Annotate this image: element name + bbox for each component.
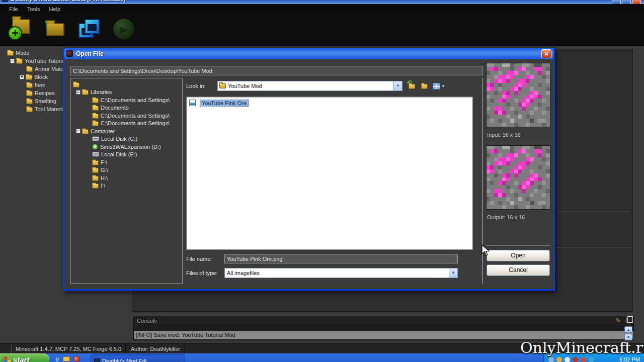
places-tree-item[interactable]: −Computer	[71, 127, 182, 135]
panel-separator	[556, 247, 630, 247]
file-item-selected[interactable]: YouTube Pink Ore	[189, 100, 249, 107]
expander-minus-icon[interactable]: −	[76, 90, 80, 95]
console-panel: Console ✎ [INFO] Save mod: YouTube Tutor…	[133, 316, 634, 340]
chevron-down-icon[interactable]: ▼	[449, 268, 457, 278]
places-tree-item-label: I:\	[101, 183, 105, 189]
menu-tools[interactable]: Tools	[27, 6, 40, 12]
expander-minus-icon[interactable]: −	[76, 129, 80, 133]
places-tree-item[interactable]: Local Disk (E:)	[71, 151, 182, 159]
folder-icon	[92, 98, 99, 103]
file-name-field[interactable]	[224, 254, 458, 263]
menu-help[interactable]: Help	[49, 6, 60, 12]
places-tree-item[interactable]: Sims3WAExpansion (D:)	[71, 143, 182, 151]
files-of-type-dropdown[interactable]: All imagefiles ▼	[224, 268, 458, 278]
desktop: Deathly's Mod Editor 2.0.1 [Pre Release]…	[0, 0, 644, 362]
view-menu-icon	[433, 83, 440, 89]
path-field[interactable]	[70, 66, 483, 75]
folder-icon	[26, 83, 33, 88]
tray-icon[interactable]	[556, 357, 562, 362]
menu-file[interactable]: File	[9, 6, 18, 12]
look-in-label: Look in:	[186, 83, 217, 89]
mod-tree-item[interactable]: Recipes	[5, 89, 66, 97]
back-folder-button[interactable]: ↶	[408, 82, 417, 90]
places-tree-item[interactable]: C:\Documents and Settings\	[71, 112, 182, 120]
places-tree-item[interactable]: G:\	[71, 166, 182, 174]
new-folder-button[interactable]	[420, 82, 429, 90]
mod-tree-item-label: Block	[34, 74, 48, 80]
start-label: start	[13, 355, 30, 362]
mod-tree-item[interactable]: Smelting	[5, 97, 66, 105]
tray-icon[interactable]	[573, 357, 578, 362]
places-tree-item[interactable]: F:\	[71, 158, 182, 166]
quicklaunch-app-icon[interactable]	[73, 356, 79, 362]
console-line-selected[interactable]: [INFO] Save mod: YouTube Tutorial Mod	[134, 331, 633, 339]
maximize-button[interactable]	[622, 0, 631, 4]
places-tree-item-label: G:\	[101, 167, 108, 173]
expander-minus-icon[interactable]: −	[10, 59, 15, 63]
input-size-label: Input: 16 x 16	[487, 132, 550, 138]
open-button[interactable]: Open	[487, 250, 550, 261]
dialog-title: Open File	[76, 50, 538, 57]
folder-icon	[7, 51, 14, 56]
run-mod-icon[interactable]: ▶	[111, 17, 137, 42]
places-tree-item[interactable]: −Libraries	[71, 88, 182, 97]
edit-console-icon[interactable]: ✎	[615, 317, 621, 324]
places-tree-item[interactable]: Local Disk (C:)	[71, 135, 182, 143]
back-arrow-icon: ↶	[407, 79, 412, 86]
expander-plus-icon[interactable]: +	[20, 75, 24, 79]
chevron-down-icon[interactable]: ▼	[393, 81, 402, 90]
dialog-close-icon[interactable]: ✕	[541, 49, 551, 58]
mod-tree-item[interactable]: +Block	[5, 73, 66, 81]
save-mod-icon[interactable]	[76, 17, 103, 42]
start-button[interactable]: start	[0, 353, 49, 362]
new-mod-icon[interactable]: +	[8, 17, 34, 42]
view-menu-button[interactable]: ▼	[433, 82, 446, 90]
mod-tree-item[interactable]: −YouTube Tutorial	[5, 57, 66, 65]
mod-tree-item[interactable]: Armor Materials	[5, 65, 66, 73]
dialog-titlebar[interactable]: Open File ✕	[64, 48, 553, 59]
tray-icon[interactable]	[581, 357, 586, 362]
folder-icon	[26, 91, 33, 96]
places-tree-item[interactable]	[71, 80, 182, 88]
copy-console-icon[interactable]	[626, 318, 630, 323]
disc-icon	[92, 144, 98, 150]
task-label: Deathly's Mod Edi...	[102, 358, 151, 362]
mod-tree-item-label: Smelting	[35, 98, 56, 104]
look-in-dropdown[interactable]: YouTube Mod ▼	[217, 81, 403, 91]
places-tree-item[interactable]: C:\Documents and Settings\	[71, 120, 182, 128]
mod-tree-item-label: Mods	[16, 50, 29, 56]
cancel-button[interactable]: Cancel	[487, 264, 550, 276]
status-author: Author: Deathlykiller	[126, 344, 185, 354]
tray-icon[interactable]	[548, 357, 554, 362]
places-tree-item-label: F:\	[101, 159, 107, 165]
mod-tree-item[interactable]: Item	[5, 81, 66, 89]
mod-tree-item-label: Item	[35, 82, 45, 88]
places-tree-item[interactable]: I:\	[71, 182, 182, 190]
mod-tree-item[interactable]: Mods	[5, 49, 66, 57]
places-tree-item[interactable]: H:\	[71, 174, 182, 182]
preview-panel: Input: 16 x 16 Output: 16 x 16 Open Canc…	[486, 63, 550, 279]
close-button[interactable]	[632, 0, 641, 4]
places-tree-item-label: C:\Documents and Settings\	[101, 113, 170, 119]
places-tree-item-label: Local Disk (C:)	[101, 136, 137, 142]
places-tree-item[interactable]: C:\Documents and Settings\	[71, 96, 182, 104]
scroll-up-icon[interactable]: ▲	[624, 326, 632, 333]
main-window-title: Deathly's Mod Editor 2.0.1 [Pre Release]	[11, 0, 125, 3]
mod-tree: Mods−YouTube TutorialArmor Materials+Blo…	[5, 49, 66, 300]
folder-icon	[73, 82, 79, 87]
status-version: Minecraft 1.4.7, MCP 7.25, MC Forge 6.5.…	[11, 344, 126, 354]
disk-icon	[92, 136, 99, 141]
folder-icon	[92, 106, 99, 111]
places-tree-item[interactable]: Documents	[71, 104, 182, 112]
tray-clock: 6:02 PM	[619, 356, 640, 362]
mod-tree-item[interactable]: Tool Materials	[5, 105, 66, 113]
tray-icon[interactable]	[565, 357, 570, 362]
quicklaunch-folder-icon[interactable]	[63, 356, 70, 361]
open-mod-icon[interactable]: ↑	[42, 17, 68, 42]
file-list[interactable]: YouTube Pink Ore	[186, 97, 473, 250]
minimize-button[interactable]	[612, 0, 621, 4]
taskbar-task-button[interactable]: Deathly's Mod Edi...	[91, 354, 185, 362]
internet-explorer-icon[interactable]: e	[55, 355, 59, 362]
tray-icon[interactable]	[589, 357, 594, 362]
input-texture-preview	[486, 63, 550, 127]
